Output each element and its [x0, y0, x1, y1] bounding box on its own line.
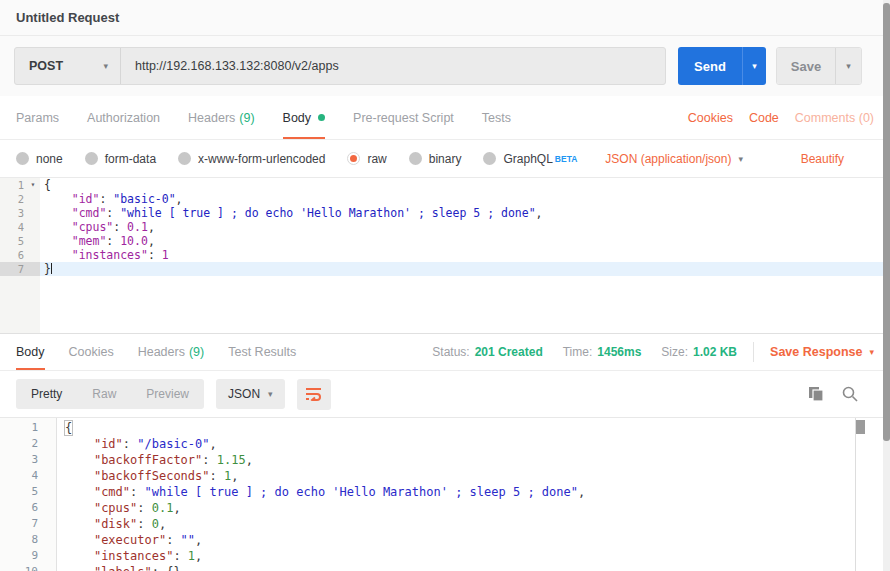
line-number: 7 [0, 516, 42, 532]
tab-label: Pre-request Script [353, 111, 454, 125]
line-number: 4 [0, 220, 26, 234]
cookies-link[interactable]: Cookies [688, 111, 733, 125]
search-icon [842, 386, 858, 402]
send-button-group: Send ▾ [678, 47, 766, 85]
request-title-bar: Untitled Request [0, 0, 890, 36]
tab-params[interactable]: Params [16, 96, 59, 139]
code-line[interactable]: 5 "mem": 10.0, [0, 234, 890, 248]
tab-pre-request-script[interactable]: Pre-request Script [353, 96, 454, 139]
radio-icon [16, 152, 29, 165]
code-line[interactable]: 3 "cmd": "while [ true ] ; do echo 'Hell… [0, 206, 890, 220]
method-label: POST [29, 59, 63, 73]
code-line[interactable]: 4 "backoffSeconds": 1, [0, 468, 890, 484]
body-type-bar: none form-data x-www-form-urlencoded raw… [0, 140, 890, 177]
tab-response-headers[interactable]: Headers (9) [138, 334, 205, 370]
radio-none[interactable]: none [16, 152, 63, 166]
tab-headers[interactable]: Headers (9) [188, 96, 255, 139]
tab-label: Body [283, 111, 312, 125]
code-line[interactable]: 3 "backoffFactor": 1.15, [0, 452, 890, 468]
code-line[interactable]: 2 "id": "basic-0", [0, 192, 890, 206]
response-status-area: Status: 201 Created Time: 1456ms Size: 1… [412, 334, 874, 370]
fold-slot [42, 500, 57, 516]
fold-caret-icon[interactable]: ▾ [26, 178, 40, 192]
tab-label: Headers [188, 111, 235, 125]
headers-count: (9) [239, 111, 254, 125]
response-size: Size: 1.02 KB [661, 345, 737, 359]
line-number: 2 [0, 192, 26, 206]
code-line[interactable]: 6 "instances": 1 [0, 248, 890, 262]
raw-button[interactable]: Raw [77, 379, 131, 409]
radio-icon [409, 152, 422, 165]
tab-authorization[interactable]: Authorization [87, 96, 160, 139]
code-line[interactable]: 1▾{ [0, 178, 890, 192]
fold-slot [42, 420, 57, 436]
code-line[interactable]: 6 "cpus": 0.1, [0, 500, 890, 516]
tab-label: Params [16, 111, 59, 125]
code-line[interactable]: 5 "cmd": "while [ true ] ; do echo 'Hell… [0, 484, 890, 500]
url-group: POST ▾ [14, 47, 666, 85]
tab-body[interactable]: Body [283, 96, 326, 139]
tab-label: Body [16, 345, 45, 359]
radio-binary[interactable]: binary [409, 152, 462, 166]
content-type-dropdown[interactable]: JSON (application/json) ▾ [605, 152, 743, 166]
code-line[interactable]: 10 "labels": {}, [0, 564, 890, 571]
radio-graphql[interactable]: GraphQL BETA [483, 152, 577, 166]
comments-link[interactable]: Comments (0) [795, 111, 874, 125]
radio-raw[interactable]: raw [347, 152, 386, 166]
window-scrollbar-thumb[interactable] [883, 3, 890, 441]
response-language-dropdown[interactable]: JSON ▾ [216, 379, 285, 409]
url-input[interactable] [121, 48, 665, 84]
line-number: 5 [0, 484, 42, 500]
request-body-editor[interactable]: 1▾{2 "id": "basic-0",3 "cmd": "while [ t… [0, 177, 890, 333]
send-button[interactable]: Send [678, 47, 742, 85]
wrap-lines-button[interactable] [297, 379, 331, 410]
radio-icon [483, 152, 496, 165]
code-line[interactable]: 2 "id": "/basic-0", [0, 436, 890, 452]
pretty-button[interactable]: Pretty [16, 379, 77, 409]
code-line[interactable]: 8 "executor": "", [0, 532, 890, 548]
send-options-caret[interactable]: ▾ [742, 47, 766, 85]
search-button[interactable] [842, 386, 858, 402]
wrap-lines-icon [305, 387, 323, 401]
save-button[interactable]: Save [777, 48, 835, 84]
line-number: 10 [0, 564, 42, 571]
window-scrollbar-track[interactable] [883, 0, 890, 571]
code-line[interactable]: 4 "cpus": 0.1, [0, 220, 890, 234]
line-number: 6 [0, 248, 26, 262]
fold-slot [42, 516, 57, 532]
chevron-down-icon: ▾ [103, 61, 108, 71]
response-toolbar: Pretty Raw Preview JSON ▾ [0, 371, 890, 417]
line-number: 4 [0, 468, 42, 484]
code-line[interactable]: 1{ [0, 420, 890, 436]
response-tabs: Body Cookies Headers (9) Test Results St… [0, 333, 890, 371]
save-response-button[interactable]: Save Response ▾ [770, 345, 874, 359]
code-line[interactable]: 7} [0, 262, 890, 276]
headers-count: (9) [189, 345, 204, 359]
line-number: 1 [0, 420, 42, 436]
copy-button[interactable] [808, 386, 824, 402]
fold-slot [26, 220, 40, 234]
line-number: 9 [0, 548, 42, 564]
code-link[interactable]: Code [749, 111, 779, 125]
tab-label: Cookies [69, 345, 114, 359]
radio-x-www-form-urlencoded[interactable]: x-www-form-urlencoded [178, 152, 325, 166]
tab-test-results[interactable]: Test Results [228, 334, 296, 370]
save-options-caret[interactable]: ▾ [835, 48, 861, 84]
fold-slot [42, 452, 57, 468]
beautify-link[interactable]: Beautify [801, 152, 844, 166]
response-time: Time: 1456ms [563, 345, 642, 359]
line-number: 1 [0, 178, 26, 192]
method-dropdown[interactable]: POST ▾ [15, 48, 121, 84]
response-body-editor[interactable]: 1{2 "id": "/basic-0",3 "backoffFactor": … [0, 417, 890, 571]
code-line[interactable]: 7 "disk": 0, [0, 516, 890, 532]
tab-label: Test Results [228, 345, 296, 359]
tab-response-cookies[interactable]: Cookies [69, 334, 114, 370]
tab-response-body[interactable]: Body [16, 334, 45, 370]
code-line[interactable]: 9 "instances": 1, [0, 548, 890, 564]
fold-slot [26, 206, 40, 220]
fold-slot [42, 564, 57, 571]
tab-tests[interactable]: Tests [482, 96, 511, 139]
preview-button[interactable]: Preview [131, 379, 204, 409]
radio-icon [178, 152, 191, 165]
radio-form-data[interactable]: form-data [85, 152, 156, 166]
